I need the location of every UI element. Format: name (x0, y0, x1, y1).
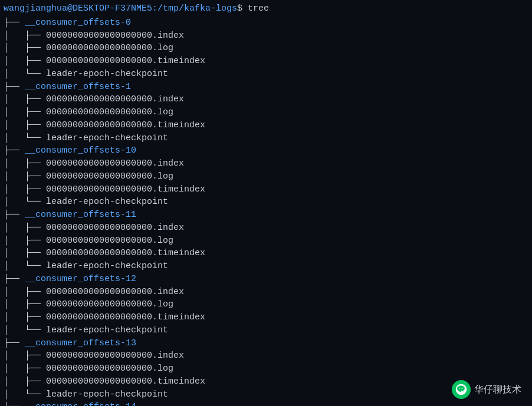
tree-indent: │ (4, 106, 25, 119)
tree-indent: │ (4, 260, 25, 273)
tree-line: │ ├── 00000000000000000000.timeindex (4, 375, 528, 388)
wechat-icon (452, 380, 471, 399)
tree-line: ├── __consumer_offsets-0 (4, 16, 528, 29)
tree-connector: ├── (4, 337, 25, 350)
dir-name: __consumer_offsets-11 (25, 209, 136, 222)
tree-connector: ├── (25, 119, 46, 132)
file-name: 00000000000000000000.log (46, 42, 173, 55)
file-name: leader-epoch-checkpoint (46, 132, 168, 145)
tree-line: │ ├── 00000000000000000000.timeindex (4, 311, 528, 324)
tree-connector: └── (25, 196, 46, 209)
tree-connector: ├── (25, 235, 46, 247)
tree-connector: ├── (25, 247, 46, 260)
tree-indent: │ (4, 349, 25, 362)
tree-connector: ├── (4, 273, 25, 286)
prompt-path: wangjianghua@DESKTOP-F37NME5 (4, 4, 152, 14)
file-name: 00000000000000000000.log (46, 170, 173, 183)
tree-connector: ├── (25, 106, 46, 119)
file-name: leader-epoch-checkpoint (46, 324, 168, 337)
tree-line: │ └── leader-epoch-checkpoint (4, 132, 528, 145)
terminal: wangjianghua@DESKTOP-F37NME5:/tmp/kafka-… (0, 0, 532, 406)
tree-output: ├── __consumer_offsets-0│ ├── 0000000000… (0, 16, 532, 406)
tree-connector: ├── (25, 311, 46, 324)
tree-line: │ ├── 00000000000000000000.log (4, 298, 528, 311)
tree-indent: │ (4, 196, 25, 209)
prompt-line: wangjianghua@DESKTOP-F37NME5:/tmp/kafka-… (0, 2, 532, 15)
file-name: 00000000000000000000.log (46, 362, 173, 375)
file-name: 00000000000000000000.timeindex (46, 55, 205, 68)
tree-indent: │ (4, 375, 25, 388)
prompt-dollar: $ (237, 4, 248, 14)
tree-indent: │ (4, 93, 25, 106)
tree-connector: ├── (25, 42, 46, 55)
tree-line: │ ├── 00000000000000000000.index (4, 93, 528, 106)
tree-connector: ├── (4, 81, 25, 94)
file-name: leader-epoch-checkpoint (46, 68, 168, 81)
tree-connector: └── (25, 324, 46, 337)
dir-name: __consumer_offsets-0 (25, 16, 131, 29)
tree-line: │ ├── 00000000000000000000.timeindex (4, 183, 528, 196)
tree-connector: ├── (25, 222, 46, 235)
file-name: 00000000000000000000.timeindex (46, 119, 205, 132)
tree-line: │ ├── 00000000000000000000.index (4, 349, 528, 362)
prompt-cmd: tree (248, 4, 269, 14)
watermark: 华仔聊技术 (452, 380, 521, 399)
file-name: 00000000000000000000.index (46, 29, 184, 42)
tree-connector: ├── (25, 375, 46, 388)
dir-name: __consumer_offsets-1 (25, 81, 131, 94)
watermark-text: 华仔聊技术 (474, 382, 521, 396)
tree-line: ├── __consumer_offsets-13 (4, 337, 528, 350)
tree-line: ├── __consumer_offsets-14 (4, 401, 528, 406)
tree-line: │ ├── 00000000000000000000.log (4, 235, 528, 247)
dir-name: __consumer_offsets-12 (25, 273, 136, 286)
tree-line: │ └── leader-epoch-checkpoint (4, 388, 528, 401)
tree-line: │ ├── 00000000000000000000.log (4, 42, 528, 55)
file-name: 00000000000000000000.timeindex (46, 183, 205, 196)
tree-indent: │ (4, 119, 25, 132)
tree-connector: └── (25, 132, 46, 145)
tree-line: ├── __consumer_offsets-1 (4, 81, 528, 94)
tree-indent: │ (4, 29, 25, 42)
tree-line: │ ├── 00000000000000000000.index (4, 157, 528, 170)
tree-connector: ├── (25, 349, 46, 362)
file-name: 00000000000000000000.timeindex (46, 247, 205, 260)
tree-indent: │ (4, 311, 25, 324)
tree-line: │ ├── 00000000000000000000.log (4, 362, 528, 375)
dir-name: __consumer_offsets-13 (25, 337, 136, 350)
tree-line: │ ├── 00000000000000000000.timeindex (4, 247, 528, 260)
tree-connector: └── (25, 260, 46, 273)
tree-indent: │ (4, 362, 25, 375)
tree-indent: │ (4, 157, 25, 170)
tree-connector: ├── (4, 16, 25, 29)
tree-connector: └── (25, 68, 46, 81)
tree-connector: ├── (4, 209, 25, 222)
tree-line: │ └── leader-epoch-checkpoint (4, 196, 528, 209)
tree-line: ├── __consumer_offsets-10 (4, 144, 528, 157)
tree-line: │ ├── 00000000000000000000.timeindex (4, 119, 528, 132)
tree-line: │ └── leader-epoch-checkpoint (4, 68, 528, 81)
tree-connector: ├── (25, 183, 46, 196)
file-name: 00000000000000000000.index (46, 349, 184, 362)
tree-indent: │ (4, 132, 25, 145)
tree-connector: ├── (25, 170, 46, 183)
tree-indent: │ (4, 222, 25, 235)
tree-connector: ├── (25, 362, 46, 375)
tree-connector: ├── (25, 157, 46, 170)
tree-indent: │ (4, 235, 25, 247)
tree-line: │ └── leader-epoch-checkpoint (4, 260, 528, 273)
tree-indent: │ (4, 298, 25, 311)
tree-line: │ ├── 00000000000000000000.index (4, 29, 528, 42)
tree-indent: │ (4, 388, 25, 401)
tree-indent: │ (4, 170, 25, 183)
dir-name: __consumer_offsets-10 (25, 144, 136, 157)
tree-connector: ├── (25, 93, 46, 106)
tree-connector: ├── (4, 401, 25, 406)
tree-indent: │ (4, 286, 25, 299)
file-name: 00000000000000000000.log (46, 235, 173, 247)
tree-line: ├── __consumer_offsets-12 (4, 273, 528, 286)
tree-indent: │ (4, 68, 25, 81)
prompt-dir: /tmp/kafka-logs (157, 4, 237, 14)
file-name: 00000000000000000000.index (46, 286, 184, 299)
tree-connector: └── (25, 388, 46, 401)
tree-line: ├── __consumer_offsets-11 (4, 209, 528, 222)
